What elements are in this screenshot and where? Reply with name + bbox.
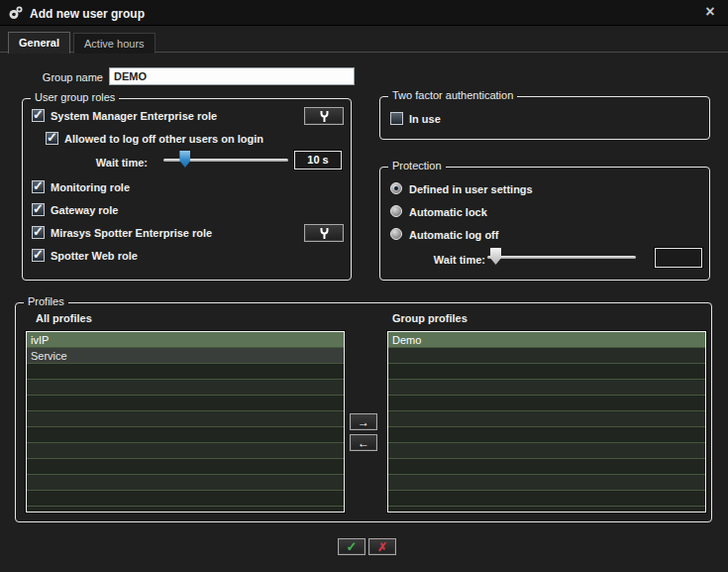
arrow-right-icon: → bbox=[358, 415, 369, 429]
move-right-button[interactable]: → bbox=[350, 413, 377, 430]
list-item[interactable]: Service bbox=[27, 348, 344, 364]
automatic-lock-radio[interactable] bbox=[390, 205, 402, 217]
all-profiles-list[interactable]: ivIPService bbox=[26, 331, 345, 513]
list-item[interactable]: Demo bbox=[388, 332, 705, 348]
list-item[interactable] bbox=[388, 411, 705, 427]
tab-general[interactable]: General bbox=[8, 32, 70, 54]
x-icon: ✗ bbox=[377, 540, 387, 554]
ok-button[interactable]: ✓ bbox=[338, 538, 365, 555]
list-item[interactable] bbox=[388, 459, 705, 475]
group-name-input[interactable] bbox=[109, 67, 355, 85]
list-item[interactable] bbox=[27, 443, 344, 459]
group-name-label: Group name bbox=[20, 71, 103, 83]
checkmark-icon: ✓ bbox=[347, 539, 358, 554]
list-item[interactable] bbox=[388, 396, 705, 411]
mirasys-spotter-role-label: Mirasys Spotter Enterprise role bbox=[51, 227, 212, 239]
system-manager-role-checkbox[interactable] bbox=[32, 109, 45, 122]
window-title: Add new user group bbox=[30, 7, 145, 21]
roles-wait-time-slider bbox=[163, 151, 288, 169]
group-profiles-label: Group profiles bbox=[392, 312, 468, 324]
list-item[interactable] bbox=[388, 348, 705, 364]
list-item[interactable] bbox=[27, 427, 344, 443]
move-left-button[interactable]: ← bbox=[350, 434, 377, 451]
slider-thumb[interactable] bbox=[179, 151, 190, 168]
all-profiles-label: All profiles bbox=[36, 312, 92, 324]
protection-groupbox: Protection Defined in user settings Auto… bbox=[379, 167, 710, 281]
list-item[interactable] bbox=[27, 459, 344, 475]
close-icon[interactable]: × bbox=[702, 4, 718, 20]
profiles-groupbox: Profiles All profiles ivIPService → ← Gr… bbox=[15, 302, 712, 522]
allow-logoff-checkbox[interactable] bbox=[46, 132, 58, 145]
monitoring-role-checkbox[interactable] bbox=[32, 180, 45, 193]
gateway-role-checkbox[interactable] bbox=[32, 203, 45, 216]
list-item[interactable] bbox=[388, 475, 705, 491]
mirasys-spotter-role-checkbox[interactable] bbox=[32, 226, 45, 239]
spotter-web-role-label: Spotter Web role bbox=[51, 250, 138, 262]
gateway-role-label: Gateway role bbox=[51, 204, 118, 216]
add-new-user-group-dialog: { "window": { "title": "Add new user gro… bbox=[0, 0, 728, 572]
slider-thumb[interactable] bbox=[490, 248, 501, 265]
list-item[interactable] bbox=[27, 491, 344, 507]
protection-title: Protection bbox=[388, 160, 446, 172]
list-item[interactable] bbox=[388, 427, 705, 443]
protection-wait-time-label: Wait time: bbox=[390, 254, 485, 266]
arrow-left-icon: ← bbox=[358, 436, 369, 450]
list-item[interactable] bbox=[388, 443, 705, 459]
mirasys-spotter-settings-button[interactable] bbox=[304, 224, 344, 242]
allow-logoff-label: Allowed to log off other users on login bbox=[64, 133, 263, 145]
group-profiles-list[interactable]: Demo bbox=[387, 331, 706, 513]
list-item[interactable] bbox=[27, 380, 344, 396]
in-use-label: In use bbox=[409, 113, 441, 125]
roles-wait-time-label: Wait time: bbox=[31, 157, 148, 169]
defined-in-user-settings-radio[interactable] bbox=[390, 182, 402, 194]
tab-strip: General Active hours bbox=[0, 26, 728, 53]
wrench-icon bbox=[319, 227, 330, 240]
automatic-logoff-radio[interactable] bbox=[390, 228, 402, 240]
list-item[interactable] bbox=[388, 491, 705, 507]
roles-wait-time-value[interactable]: 10 s bbox=[294, 151, 342, 170]
user-group-gear-icon bbox=[8, 5, 24, 21]
two-factor-title: Two factor authentication bbox=[388, 89, 517, 101]
in-use-checkbox[interactable] bbox=[390, 112, 403, 125]
list-item[interactable]: ivIP bbox=[27, 332, 344, 348]
automatic-logoff-label: Automatic log off bbox=[409, 229, 498, 241]
protection-wait-time-value[interactable] bbox=[655, 248, 702, 268]
spotter-web-role-checkbox[interactable] bbox=[32, 249, 45, 262]
tab-active-hours[interactable]: Active hours bbox=[73, 33, 156, 54]
list-item[interactable] bbox=[27, 364, 344, 380]
wrench-icon bbox=[319, 110, 330, 123]
list-item[interactable] bbox=[388, 364, 705, 380]
title-bar: Add new user group × bbox=[0, 0, 728, 26]
user-group-roles-title: User group roles bbox=[31, 91, 119, 103]
profiles-title: Profiles bbox=[24, 295, 68, 307]
list-item[interactable] bbox=[388, 380, 705, 396]
list-item[interactable] bbox=[27, 396, 344, 411]
list-item[interactable] bbox=[27, 411, 344, 427]
two-factor-groupbox: Two factor authentication In use bbox=[379, 96, 710, 140]
cancel-button[interactable]: ✗ bbox=[368, 538, 396, 555]
system-manager-role-label: System Manager Enterprise role bbox=[51, 110, 217, 122]
protection-wait-time-slider bbox=[487, 248, 636, 266]
list-item[interactable] bbox=[27, 475, 344, 491]
user-group-roles-groupbox: User group roles System Manager Enterpri… bbox=[22, 98, 352, 281]
system-manager-settings-button[interactable] bbox=[304, 107, 344, 125]
defined-in-user-settings-label: Defined in user settings bbox=[409, 183, 533, 195]
automatic-lock-label: Automatic lock bbox=[409, 206, 487, 218]
slider-track[interactable] bbox=[487, 256, 636, 259]
monitoring-role-label: Monitoring role bbox=[51, 181, 130, 193]
